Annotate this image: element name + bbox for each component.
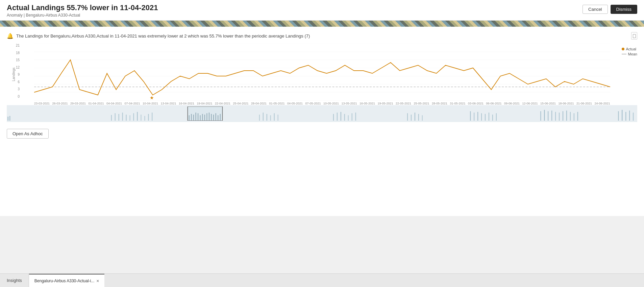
svg-rect-71: [563, 111, 563, 121]
svg-rect-65: [540, 111, 541, 121]
x-label-25: 06-06-2021: [486, 102, 502, 105]
legend-mean-line: [622, 54, 626, 54]
svg-rect-49: [348, 115, 349, 121]
svg-rect-64: [496, 113, 497, 121]
svg-rect-69: [555, 112, 556, 121]
x-label-11: 25-04-2021: [233, 102, 249, 105]
insights-tab-label: Insights: [7, 278, 22, 283]
x-label-8: 16-04-2021: [179, 102, 194, 105]
open-adhoc-button[interactable]: Open As Adhoc: [7, 129, 49, 139]
svg-rect-50: [352, 113, 352, 121]
svg-rect-14: [119, 114, 119, 121]
dismiss-button[interactable]: Dismiss: [611, 5, 638, 14]
page-subtitle: Anomaly | Bengaluru-Airbus A330-Actual: [7, 13, 158, 18]
legend-actual: Actual: [622, 47, 637, 51]
y-label-3: 3: [18, 87, 20, 91]
svg-rect-21: [144, 116, 145, 121]
svg-rect-46: [337, 113, 338, 121]
chart-svg: ★: [34, 44, 610, 101]
x-label-9: 19-04-2021: [197, 102, 213, 105]
x-label-22: 28-05-2021: [432, 102, 447, 105]
active-tab-label: Bengaluru-Airbus A330-Actual-i...: [34, 279, 94, 283]
svg-rect-53: [411, 115, 412, 121]
svg-rect-67: [548, 111, 548, 121]
svg-text:★: ★: [150, 95, 154, 100]
svg-rect-57: [470, 111, 471, 121]
svg-rect-12: [111, 115, 112, 121]
chart-wrapper: Landings 21 18 15 12 9 6 3 0: [7, 44, 637, 105]
alert-message: The Landings for Bengaluru,Airbus A330,A…: [16, 33, 310, 39]
y-label-9: 9: [18, 73, 20, 76]
y-label-0: 0: [18, 95, 20, 98]
alert-row: 🔔 The Landings for Bengaluru,Airbus A330…: [7, 32, 637, 40]
svg-rect-74: [574, 113, 574, 121]
svg-rect-61: [485, 114, 486, 121]
x-label-15: 07-05-2021: [305, 102, 321, 105]
x-label-17: 13-05-2021: [342, 102, 357, 105]
svg-rect-51: [355, 113, 356, 121]
x-label-31: 24-06-2021: [595, 102, 610, 105]
navigator-container[interactable]: [7, 105, 637, 122]
x-label-12: 28-04-2021: [251, 102, 267, 105]
tab-insights[interactable]: Insights: [0, 274, 29, 287]
svg-rect-59: [477, 112, 478, 121]
x-label-5: 07-04-2021: [125, 102, 140, 105]
tab-active[interactable]: Bengaluru-Airbus A330-Actual-i... ×: [29, 274, 105, 287]
tab-close-icon[interactable]: ×: [96, 278, 99, 284]
legend-mean-label: Mean: [628, 52, 637, 56]
alert-text-container: 🔔 The Landings for Bengaluru,Airbus A330…: [7, 33, 310, 39]
header-actions: Cancel Dismiss: [583, 3, 637, 14]
svg-rect-70: [559, 113, 560, 121]
svg-rect-22: [148, 114, 149, 121]
svg-rect-15: [122, 113, 123, 121]
x-label-13: 01-05-2021: [269, 102, 285, 105]
x-label-19: 19-05-2021: [378, 102, 393, 105]
svg-rect-75: [577, 112, 578, 121]
chart-legend: Actual Mean: [622, 47, 637, 57]
x-label-30: 21-06-2021: [576, 102, 592, 105]
svg-rect-39: [259, 115, 260, 121]
chart-area: ★: [34, 44, 610, 101]
x-label-7: 13-04-2021: [161, 102, 176, 105]
svg-rect-66: [544, 110, 545, 121]
svg-rect-55: [418, 114, 419, 121]
svg-rect-73: [570, 112, 571, 121]
y-label-6: 6: [18, 80, 20, 84]
legend-actual-label: Actual: [626, 47, 636, 51]
svg-rect-60: [481, 113, 482, 121]
svg-rect-78: [625, 112, 626, 121]
svg-rect-52: [407, 113, 408, 121]
svg-rect-56: [422, 115, 423, 121]
x-label-29: 18-06-2021: [559, 102, 574, 105]
x-label-1: 26-03-2021: [52, 102, 68, 105]
x-label-14: 04-05-2021: [287, 102, 303, 105]
y-label-15: 15: [16, 58, 20, 62]
header-left: Actual Landings 55.7% lower in 11-04-202…: [7, 3, 158, 18]
svg-rect-68: [551, 111, 552, 121]
x-label-28: 15-06-2021: [540, 102, 556, 105]
svg-rect-17: [129, 115, 130, 121]
svg-rect-10: [7, 117, 8, 121]
svg-rect-41: [267, 114, 267, 121]
svg-rect-47: [341, 112, 341, 121]
svg-rect-40: [263, 113, 264, 121]
cancel-button[interactable]: Cancel: [583, 5, 608, 14]
x-label-24: 03-06-2021: [468, 102, 484, 105]
svg-rect-19: [137, 112, 138, 121]
svg-rect-11: [9, 116, 10, 121]
svg-rect-80: [633, 113, 634, 121]
decorative-banner: [0, 21, 644, 27]
svg-rect-13: [115, 113, 116, 121]
tab-bar: Insights Bengaluru-Airbus A330-Actual-i.…: [0, 273, 644, 287]
x-label-0: 23-03-2021: [34, 102, 50, 105]
x-label-4: 04-04-2021: [106, 102, 122, 105]
svg-rect-76: [618, 111, 619, 121]
svg-rect-77: [622, 110, 622, 121]
svg-rect-58: [474, 113, 474, 121]
panel-toggle-icon[interactable]: ⎕: [631, 32, 637, 40]
main-content: 🔔 The Landings for Bengaluru,Airbus A330…: [0, 27, 644, 216]
x-label-20: 22-05-2021: [396, 102, 411, 105]
navigator-svg: [7, 106, 637, 121]
svg-rect-62: [489, 113, 489, 121]
navigator-inner: [7, 106, 637, 121]
